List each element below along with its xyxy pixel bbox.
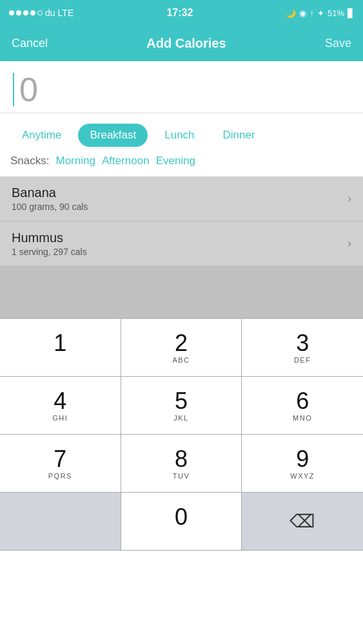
snacks-row: Snacks: Morning Afternoon Evening	[10, 155, 353, 176]
dot1	[9, 10, 14, 15]
arrow-icon: ↑	[309, 8, 314, 18]
key-8[interactable]: 8 TUV	[121, 435, 242, 493]
tab-breakfast[interactable]: Breakfast	[78, 124, 148, 147]
moon-icon: 🌙	[286, 8, 296, 18]
signal-dots	[9, 10, 43, 15]
status-right: 🌙 ◉ ↑ ✦ 51% ▊	[286, 8, 354, 18]
key-2[interactable]: 2 ABC	[121, 319, 242, 377]
key-6[interactable]: 6 MNO	[242, 377, 363, 435]
key-4[interactable]: 4 GHI	[0, 377, 121, 435]
food-item-info: Banana 100 grams, 90 cals	[12, 185, 88, 212]
nav-bar: Cancel Add Calories Save	[0, 26, 363, 61]
time-label: 17:32	[166, 7, 193, 19]
text-cursor	[13, 73, 14, 106]
meal-selector: Anytime Breakfast Lunch Dinner Snacks: M…	[0, 113, 363, 176]
meal-tabs: Anytime Breakfast Lunch Dinner	[10, 124, 353, 147]
bluetooth-icon: ✦	[317, 8, 324, 18]
location-icon: ◉	[299, 8, 306, 18]
snack-morning[interactable]: Morning	[55, 155, 95, 167]
save-button[interactable]: Save	[325, 37, 351, 50]
chevron-right-icon: ›	[348, 192, 351, 205]
page-title: Add Calories	[146, 36, 226, 51]
tab-anytime[interactable]: Anytime	[10, 124, 73, 147]
key-9[interactable]: 9 WXYZ	[242, 435, 363, 493]
tab-lunch[interactable]: Lunch	[153, 124, 206, 147]
food-list-empty	[0, 267, 363, 318]
key-backspace[interactable]: ⌫	[242, 493, 363, 551]
battery-icon: ▊	[348, 8, 354, 18]
status-left: du LTE	[9, 8, 74, 18]
key-0[interactable]: 0	[121, 493, 242, 551]
food-name: Hummus	[12, 231, 87, 245]
food-detail: 100 grams, 90 cals	[12, 202, 88, 212]
key-empty-left	[0, 493, 121, 551]
snack-evening[interactable]: Evening	[156, 155, 195, 167]
key-3[interactable]: 3 DEF	[242, 319, 363, 377]
food-list: Banana 100 grams, 90 cals › Hummus 1 ser…	[0, 176, 363, 318]
battery-label: 51%	[328, 8, 344, 18]
calorie-input-area: 0	[0, 61, 363, 113]
carrier-label: du	[45, 8, 55, 18]
key-1[interactable]: 1	[0, 319, 121, 377]
food-name: Banana	[12, 185, 88, 200]
network-label: LTE	[58, 8, 74, 18]
dot3	[23, 10, 28, 15]
dot5	[37, 10, 43, 15]
numpad: 1 2 ABC 3 DEF 4 GHI 5 JKL 6 MNO 7 PQRS 8…	[0, 318, 363, 551]
food-detail: 1 serving, 297 cals	[12, 247, 87, 257]
calorie-value[interactable]: 0	[19, 73, 38, 106]
chevron-right-icon: ›	[348, 237, 351, 251]
key-7[interactable]: 7 PQRS	[0, 435, 121, 493]
dot2	[16, 10, 21, 15]
snacks-label: Snacks:	[10, 155, 49, 167]
status-bar: du LTE 17:32 🌙 ◉ ↑ ✦ 51% ▊	[0, 0, 363, 26]
cancel-button[interactable]: Cancel	[12, 37, 48, 50]
snack-afternoon[interactable]: Afternoon	[102, 155, 150, 167]
food-item-info: Hummus 1 serving, 297 cals	[12, 231, 87, 257]
key-5[interactable]: 5 JKL	[121, 377, 242, 435]
dot4	[30, 10, 35, 15]
backspace-icon: ⌫	[289, 511, 315, 532]
food-item-hummus[interactable]: Hummus 1 serving, 297 cals ›	[0, 222, 363, 267]
tab-dinner[interactable]: Dinner	[211, 124, 267, 147]
food-item-banana[interactable]: Banana 100 grams, 90 cals ›	[0, 176, 363, 222]
